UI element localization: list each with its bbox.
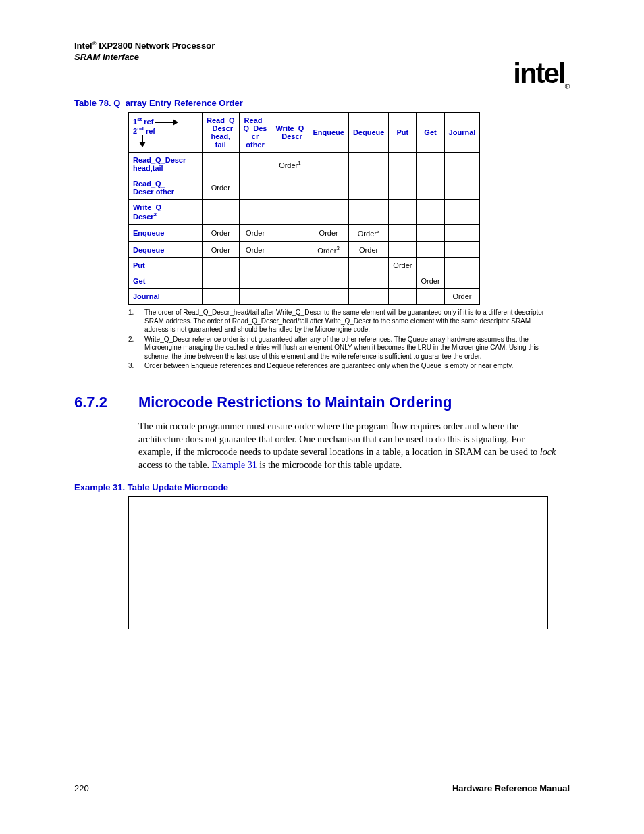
- page-number: 220: [74, 783, 89, 793]
- example-code-box: [128, 496, 548, 629]
- row-label: Journal: [129, 289, 203, 305]
- row-label: Get: [129, 273, 203, 289]
- section-number: 6.7.2: [74, 394, 111, 411]
- table-row: Read_Q_Descrhead,tail Order1: [129, 153, 480, 176]
- row-label: Put: [129, 258, 203, 273]
- table-row: Put Order: [129, 258, 480, 273]
- logo-reg: ®: [565, 83, 570, 90]
- table-row: Enqueue Order Order Order Order3: [129, 225, 480, 242]
- section-title: Microcode Restrictions to Maintain Order…: [138, 394, 452, 411]
- footnote: 2.Write_Q_Descr reference order is not g…: [128, 336, 547, 361]
- col-header: Enqueue: [308, 113, 348, 153]
- col-header: Read_Q_Descrother: [239, 113, 271, 153]
- page-footer: 220 Hardware Reference Manual: [74, 783, 570, 793]
- example-caption: Example 31. Table Update Microcode: [74, 482, 570, 492]
- product-name-prefix: Intel: [74, 41, 92, 51]
- table-corner-cell: 1st ref 2nd ref: [129, 113, 203, 153]
- intel-logo: intel®: [513, 57, 570, 90]
- logo-text: intel: [513, 57, 564, 89]
- row-label: Enqueue: [129, 225, 203, 242]
- row-label: Read_Q_Descrhead,tail: [129, 153, 203, 176]
- qarray-table: 1st ref 2nd ref Read_Q_Descrhead,tail Re…: [128, 112, 480, 305]
- col-header: Journal: [444, 113, 480, 153]
- arrow-right-icon: [155, 120, 178, 125]
- table-caption: Table 78. Q_array Entry Reference Order: [74, 98, 570, 108]
- product-name-rest: IXP2800 Network Processor: [97, 41, 215, 51]
- table-row: Get Order: [129, 273, 480, 289]
- table-row: Dequeue Order Order Order3 Order: [129, 241, 480, 258]
- col-header: Put: [389, 113, 417, 153]
- header-text: Intel® IXP2800 Network Processor SRAM In…: [74, 41, 215, 63]
- row-label: Read_Q_Descr other: [129, 176, 203, 200]
- table-row: Journal Order: [129, 289, 480, 305]
- footnote: 1.The order of Read_Q_Descr_head/tail af…: [128, 309, 547, 334]
- col-header: Read_Q_Descrhead,tail: [203, 113, 240, 153]
- col-header: Get: [417, 113, 444, 153]
- table-row: Read_Q_Descr other Order: [129, 176, 480, 200]
- header-subtitle: SRAM Interface: [74, 52, 139, 62]
- table-footnotes: 1.The order of Read_Q_Descr_head/tail af…: [128, 309, 547, 371]
- page: Intel® IXP2800 Network Processor SRAM In…: [0, 0, 644, 834]
- arrow-down-icon: [140, 135, 145, 147]
- col-header: Dequeue: [348, 113, 388, 153]
- table-row: Write_Q_Descr2: [129, 200, 480, 225]
- body-paragraph: The microcode programmer must ensure ord…: [138, 421, 557, 472]
- table-header-row: 1st ref 2nd ref Read_Q_Descrhead,tail Re…: [129, 113, 480, 153]
- row-label: Write_Q_Descr2: [129, 200, 203, 225]
- example-link[interactable]: Example 31: [211, 460, 257, 470]
- section-heading: 6.7.2 Microcode Restrictions to Maintain…: [74, 394, 570, 411]
- manual-title: Hardware Reference Manual: [452, 783, 570, 793]
- page-header: Intel® IXP2800 Network Processor SRAM In…: [74, 41, 570, 74]
- footnote: 3.Order between Enqueue references and D…: [128, 362, 547, 371]
- col-header: Write_Q_Descr: [271, 113, 308, 153]
- row-label: Dequeue: [129, 241, 203, 258]
